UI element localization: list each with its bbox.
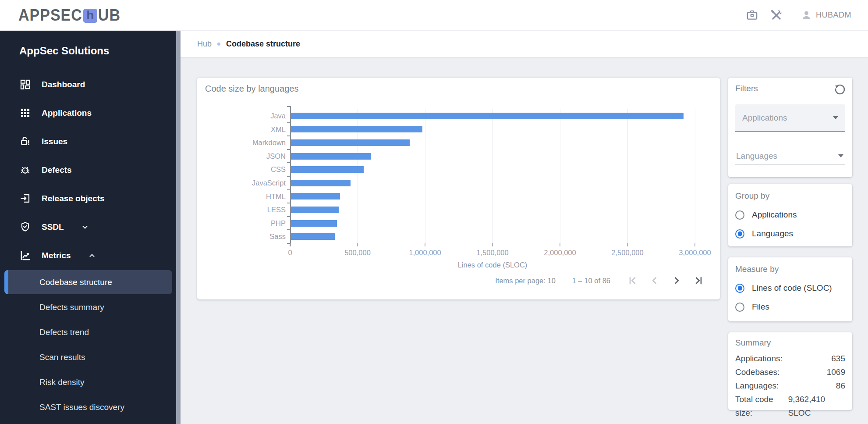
x-tick-label: 500,000	[329, 249, 386, 257]
measure-by-files-option[interactable]: Files	[735, 302, 845, 312]
group-by-applications-option[interactable]: Applications	[735, 210, 845, 220]
y-tick-mark	[287, 106, 290, 107]
category-label: CSS	[200, 163, 286, 176]
bar-php	[291, 220, 337, 227]
bar-xml	[291, 126, 422, 132]
y-tick-mark	[287, 162, 290, 163]
radio-on-icon	[735, 284, 744, 293]
x-axis-title: Lines of code (SLOC)	[290, 261, 695, 269]
bar-less	[291, 207, 339, 213]
sidebar-item-defects[interactable]: Defects	[0, 156, 176, 184]
last-page-icon[interactable]	[693, 275, 704, 286]
breadcrumb-root-link[interactable]: Hub	[197, 39, 212, 49]
sidebar-subitem-codebase-structure[interactable]: Codebase structure	[0, 270, 176, 295]
x-tick-label: 3,000,000	[666, 249, 723, 257]
radio-off-icon	[735, 210, 744, 220]
briefcase-icon[interactable]	[746, 9, 758, 21]
app-logo[interactable]: APPSEC h UB	[18, 7, 120, 24]
y-tick-mark	[287, 243, 290, 244]
bar-json	[291, 153, 371, 160]
summary-row-total-code-size: Total code size:9,362,410 SLOC	[735, 392, 845, 420]
x-tick-mark	[560, 243, 560, 246]
y-tick-mark	[287, 189, 290, 190]
languages-filter-placeholder: Languages	[736, 151, 777, 161]
reset-filters-icon[interactable]	[833, 83, 847, 96]
sidebar-scrollbar	[176, 31, 181, 424]
items-per-page[interactable]: Items per page: 10	[495, 277, 556, 285]
first-page-icon[interactable]	[627, 275, 638, 286]
summary-card: Summary Applications:635 Codebases:1069 …	[728, 332, 852, 410]
sidebar-subitem-defects-trend[interactable]: Defects trend	[0, 320, 176, 345]
sidebar-item-label: Applications	[42, 108, 92, 118]
sidebar-item-issues[interactable]: Issues	[0, 127, 176, 156]
paginator: Items per page: 10 1 – 10 of 86	[495, 273, 704, 288]
line-chart-icon	[19, 249, 31, 261]
apps-grid-icon	[19, 107, 31, 119]
category-label: HTML	[200, 190, 286, 203]
category-label: XML	[200, 123, 286, 136]
sidebar-item-metrics[interactable]: Metrics	[0, 241, 176, 270]
dropdown-arrow-icon	[833, 116, 838, 119]
languages-filter-select[interactable]: Languages	[735, 147, 845, 165]
breadcrumb: Hub Codebase structure	[181, 31, 868, 57]
summary-title: Summary	[735, 338, 845, 348]
sidebar-item-label: Issues	[42, 137, 67, 146]
bar-markdown	[291, 139, 410, 146]
group-by-title: Group by	[735, 191, 845, 201]
breadcrumb-separator-dot	[217, 43, 220, 46]
shield-check-icon	[19, 221, 31, 233]
gridline	[695, 109, 695, 243]
sidebar-subitem-defects-summary[interactable]: Defects summary	[0, 295, 176, 320]
chart-title: Code size by languages	[205, 84, 298, 94]
user-icon	[801, 9, 812, 21]
sidebar-subitem-sast-issues-discovery[interactable]: SAST issues discovery	[0, 395, 176, 420]
app-header: APPSEC h UB HUBADM	[0, 0, 868, 31]
bar-javascript	[291, 180, 351, 186]
gridline	[627, 109, 628, 243]
sidebar-subitem-scan-results[interactable]: Scan results	[0, 345, 176, 370]
x-tick-label: 1,000,000	[397, 249, 453, 257]
dashboard-icon	[19, 78, 31, 90]
lock-open-icon	[19, 135, 31, 147]
sidebar-nav: AppSec Solutions Dashboard Applications	[0, 31, 176, 424]
y-tick-mark	[287, 203, 290, 203]
chevron-up-icon	[88, 251, 96, 260]
sidebar-item-release-objects[interactable]: Release objects	[0, 184, 176, 213]
sidebar-subitem-risk-density[interactable]: Risk density	[0, 370, 176, 395]
next-page-icon[interactable]	[671, 275, 682, 286]
logo-text-left: APPSEC	[18, 6, 82, 24]
user-menu[interactable]: HUBADM	[801, 9, 851, 21]
sidebar-item-dashboard[interactable]: Dashboard	[0, 70, 176, 99]
tools-icon[interactable]	[770, 9, 783, 22]
x-tick-label: 0	[262, 249, 319, 257]
group-by-languages-option[interactable]: Languages	[735, 229, 845, 239]
breadcrumb-current: Codebase structure	[226, 39, 300, 49]
measure-by-sloc-option[interactable]: Lines of code (SLOC)	[735, 283, 845, 293]
category-label: LESS	[200, 203, 286, 217]
sidebar-item-label: SSDL	[42, 222, 64, 232]
sidebar-item-label: Dashboard	[42, 80, 85, 89]
y-tick-mark	[287, 122, 290, 123]
dropdown-arrow-icon	[838, 154, 843, 157]
x-tick-mark	[492, 243, 493, 246]
bar-css	[291, 166, 364, 173]
sidebar-item-label: Defects	[42, 165, 72, 175]
username-label: HUBADM	[816, 11, 851, 20]
sidebar-title: AppSec Solutions	[0, 31, 176, 70]
y-tick-mark	[287, 135, 290, 136]
bar-sass	[291, 233, 335, 240]
category-label: JSON	[200, 150, 286, 163]
sidebar-scrollbar-thumb[interactable]	[176, 31, 181, 424]
sidebar-item-applications[interactable]: Applications	[0, 99, 176, 127]
y-tick-mark	[287, 229, 290, 230]
x-tick-mark	[627, 243, 628, 246]
sidebar-item-label: Release objects	[42, 194, 105, 203]
sidebar-item-ssdl[interactable]: SSDL	[0, 213, 176, 241]
radio-off-icon	[735, 303, 744, 312]
category-label: Java	[200, 109, 286, 123]
x-tick-label: 1,500,000	[464, 249, 521, 257]
bug-icon	[19, 164, 31, 176]
applications-filter-select[interactable]: Applications	[735, 104, 845, 132]
category-label: PHP	[200, 217, 286, 230]
previous-page-icon[interactable]	[649, 275, 660, 286]
